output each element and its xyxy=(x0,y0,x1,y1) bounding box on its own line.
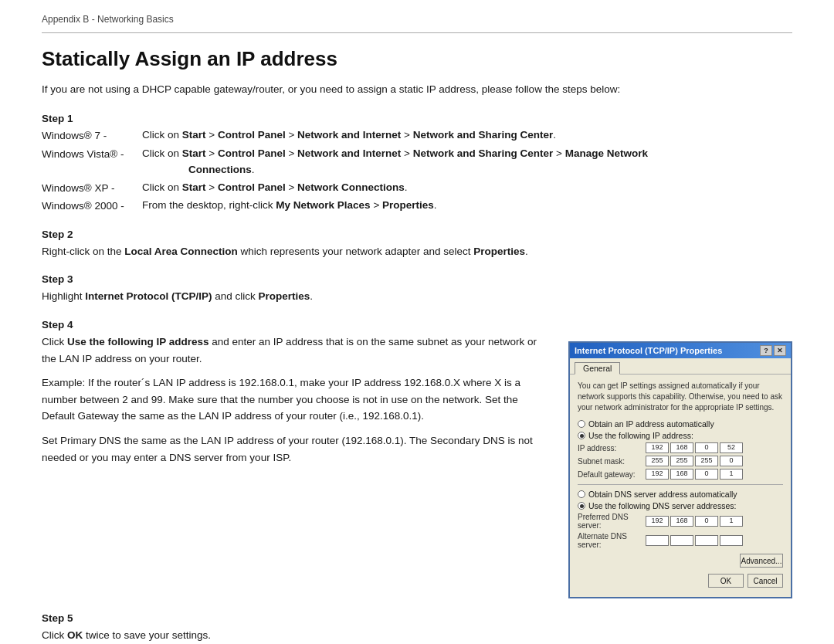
dialog-radio-auto-label: Obtain an IP address automatically xyxy=(588,419,714,429)
dialog-radio-auto-ip[interactable]: Obtain an IP address automatically xyxy=(578,419,783,429)
step4-label: Step 4 xyxy=(42,319,792,330)
dialog-preferred-dns-inputs[interactable]: 192 168 0 1 xyxy=(646,516,743,527)
dialog-radio-manual-label: Use the following IP address: xyxy=(588,431,693,440)
step1-vista-os: Windows Vista® - xyxy=(42,146,142,178)
dialog-ip-1[interactable]: 192 xyxy=(646,442,669,453)
dialog-subnet-2[interactable]: 255 xyxy=(670,456,693,466)
dialog-alternate-dns-inputs[interactable] xyxy=(646,535,743,546)
step1-win7-row: Windows® 7 - Click on Start > Control Pa… xyxy=(42,127,792,144)
dialog-gateway-3[interactable]: 0 xyxy=(695,469,718,480)
dialog-radio-manual-ip[interactable]: Use the following IP address: xyxy=(578,431,783,440)
dialog-adns-4[interactable] xyxy=(720,535,743,546)
dialog-tab-general[interactable]: General xyxy=(575,362,620,375)
dialog-subnet-row: Subnet mask: 255 255 255 0 xyxy=(578,456,783,466)
step3-text: Highlight Internet Protocol (TCP/IP) and… xyxy=(42,288,792,305)
dialog-gateway-label: Default gateway: xyxy=(578,470,646,479)
page-title: Statically Assign an IP address xyxy=(42,47,792,71)
step1-win7-os: Windows® 7 - xyxy=(42,127,142,144)
dialog-body: You can get IP settings assigned automat… xyxy=(570,374,791,597)
step1-vista-row: Windows Vista® - Click on Start > Contro… xyxy=(42,146,792,178)
step4-text: Click Use the following IP address and e… xyxy=(42,334,550,466)
step5-label: Step 5 xyxy=(42,612,792,624)
step1-xp-row: Windows® XP - Click on Start > Control P… xyxy=(42,180,792,197)
dialog-radio-manual-dns[interactable]: Use the following DNS server addresses: xyxy=(578,501,783,510)
breadcrumb: Appendix B - Networking Basics xyxy=(42,14,792,33)
dialog-titlebar-buttons: ? ✕ xyxy=(760,345,786,356)
step1-label: Step 1 xyxy=(42,113,792,124)
dialog-radio-manual-dns-icon xyxy=(578,502,585,510)
step4-dns: Set Primary DNS the same as the LAN IP a… xyxy=(42,432,550,466)
dialog-gateway-4[interactable]: 1 xyxy=(720,469,743,480)
step4-example: Example: If the router´s LAN IP address … xyxy=(42,375,550,425)
dialog-pdns-4[interactable]: 1 xyxy=(720,516,743,527)
dialog-ok-button[interactable]: OK xyxy=(708,574,744,588)
step1-vista-text: Click on Start > Control Panel > Network… xyxy=(142,146,792,178)
step5-text: Click OK twice to save your settings. xyxy=(42,627,792,644)
dialog-radio-auto-dns-label: Obtain DNS server address automatically xyxy=(588,490,737,499)
dialog-close-btn[interactable]: ✕ xyxy=(774,345,786,356)
dialog-pdns-3[interactable]: 0 xyxy=(695,516,718,527)
step2-label: Step 2 xyxy=(42,229,792,240)
dialog-ip-inputs[interactable]: 192 168 0 52 xyxy=(646,442,743,453)
dialog-advanced-button[interactable]: Advanced... xyxy=(740,554,783,568)
step1-win7-text: Click on Start > Control Panel > Network… xyxy=(142,127,792,144)
dialog-titlebar: Internet Protocol (TCP/IP) Properties ? … xyxy=(570,343,791,358)
dialog-subnet-4[interactable]: 0 xyxy=(720,456,743,466)
dialog-cancel-button[interactable]: Cancel xyxy=(748,574,783,588)
dialog-alternate-dns-row: Alternate DNS server: xyxy=(578,532,783,549)
dialog-ip-row: IP address: 192 168 0 52 xyxy=(578,442,783,453)
step1-xp-text: Click on Start > Control Panel > Network… xyxy=(142,180,792,197)
dialog-preferred-dns-label: Preferred DNS server: xyxy=(578,513,646,530)
dialog-button-row: OK Cancel xyxy=(578,574,783,591)
dialog-radio-auto-icon xyxy=(578,420,585,428)
dialog-title: Internet Protocol (TCP/IP) Properties xyxy=(575,346,722,355)
dialog-radio-manual-icon xyxy=(578,432,585,439)
step4-container: Click Use the following IP address and e… xyxy=(42,334,792,598)
dialog-subnet-1[interactable]: 255 xyxy=(646,456,669,466)
dialog-ip-2[interactable]: 168 xyxy=(670,442,693,453)
dialog-subnet-3[interactable]: 255 xyxy=(695,456,718,466)
dialog-ip-3[interactable]: 0 xyxy=(695,442,718,453)
dialog-pdns-1[interactable]: 192 xyxy=(646,516,669,527)
step1-2000-os: Windows® 2000 - xyxy=(42,198,142,215)
dialog-adns-2[interactable] xyxy=(670,535,693,546)
dialog-ip-4[interactable]: 52 xyxy=(720,442,743,453)
intro-text: If you are not using a DHCP capable gate… xyxy=(42,82,792,97)
dialog-gateway-inputs[interactable]: 192 168 0 1 xyxy=(646,469,743,480)
dialog-adns-3[interactable] xyxy=(695,535,718,546)
dialog-radio-auto-dns-icon xyxy=(578,490,585,498)
dialog-radio-auto-dns[interactable]: Obtain DNS server address automatically xyxy=(578,490,783,499)
dialog-box: Internet Protocol (TCP/IP) Properties ? … xyxy=(568,341,792,598)
dialog-alternate-dns-label: Alternate DNS server: xyxy=(578,532,646,549)
dialog-preferred-dns-row: Preferred DNS server: 192 168 0 1 xyxy=(578,513,783,530)
dialog-description: You can get IP settings assigned automat… xyxy=(578,381,783,413)
step3-label: Step 3 xyxy=(42,273,792,285)
dialog-gateway-2[interactable]: 168 xyxy=(670,469,693,480)
dialog-ip-label: IP address: xyxy=(578,444,646,452)
dialog-adns-1[interactable] xyxy=(646,535,669,546)
dialog-gateway-1[interactable]: 192 xyxy=(646,469,669,480)
dialog-gateway-row: Default gateway: 192 168 0 1 xyxy=(578,469,783,480)
dialog-pdns-2[interactable]: 168 xyxy=(670,516,693,527)
dialog-tab-bar: General xyxy=(570,358,791,374)
step4-intro: Click Use the following IP address and e… xyxy=(42,334,550,367)
dialog-subnet-label: Subnet mask: xyxy=(578,457,646,466)
step1-xp-os: Windows® XP - xyxy=(42,180,142,197)
dialog-subnet-inputs[interactable]: 255 255 255 0 xyxy=(646,456,743,466)
dialog-help-btn[interactable]: ? xyxy=(760,345,772,356)
dialog-radio-manual-dns-label: Use the following DNS server addresses: xyxy=(588,501,736,510)
step1-2000-row: Windows® 2000 - From the desktop, right-… xyxy=(42,198,792,215)
dialog-divider xyxy=(578,484,783,485)
step1-2000-text: From the desktop, right-click My Network… xyxy=(142,198,792,215)
step2-text: Right-click on the Local Area Connection… xyxy=(42,243,792,260)
